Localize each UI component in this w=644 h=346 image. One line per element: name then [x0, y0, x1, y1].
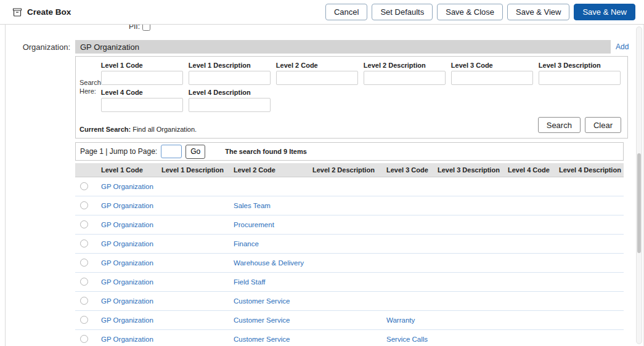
table-cell: [505, 292, 556, 311]
search-field: Level 2 Code: [276, 62, 364, 85]
clear-button[interactable]: Clear: [585, 117, 621, 133]
table-cell: [435, 311, 505, 330]
table-cell: Customer Service: [231, 292, 310, 311]
table-cell: GP Organization: [99, 330, 159, 346]
table-cell: [505, 273, 556, 292]
cell-link[interactable]: GP Organization: [101, 278, 153, 286]
select-column-header: [75, 163, 99, 177]
table-row: GP OrganizationCustomer Service: [75, 292, 624, 311]
level-1-description-input[interactable]: [189, 71, 271, 85]
table-cell: [556, 311, 624, 330]
level-4-description-input[interactable]: [189, 98, 271, 112]
row-select-radio[interactable]: [80, 239, 88, 247]
level-3-description-input[interactable]: [539, 71, 621, 85]
level-4-code-input[interactable]: [101, 98, 183, 112]
table-row: GP OrganizationWarehouse & Delivery: [75, 254, 624, 273]
search-field-label: Level 3 Code: [451, 62, 539, 69]
search-field-label: Level 2 Description: [364, 62, 451, 69]
cell-link[interactable]: GP Organization: [101, 297, 153, 305]
row-select-radio[interactable]: [80, 278, 88, 286]
topbar: Create Box CancelSet DefaultsSave & Clos…: [0, 0, 644, 25]
cell-link[interactable]: Field Staff: [234, 278, 266, 286]
search-field-label: Level 4 Description: [189, 89, 276, 96]
cancel-button[interactable]: Cancel: [325, 4, 367, 20]
set-defaults-button[interactable]: Set Defaults: [372, 4, 433, 20]
cell-link[interactable]: GP Organization: [101, 336, 153, 343]
vertical-scrollbar[interactable]: [636, 26, 642, 344]
pii-row: PII:: [6, 25, 643, 31]
table-cell: [159, 235, 231, 254]
row-select-radio[interactable]: [80, 259, 88, 267]
table-cell: Sales Team: [231, 196, 310, 215]
level-1-code-input[interactable]: [101, 71, 183, 85]
cell-link[interactable]: GP Organization: [101, 316, 153, 324]
scrollbar-thumb[interactable]: [637, 153, 641, 253]
table-row: GP OrganizationCustomer ServiceService C…: [75, 330, 624, 346]
search-field: Level 3 Description: [539, 62, 626, 85]
search-button[interactable]: Search: [538, 117, 581, 133]
table-cell: [159, 311, 231, 330]
table-cell: GP Organization: [99, 254, 159, 273]
table-cell: [505, 235, 556, 254]
column-header: Level 2 Code: [231, 163, 310, 177]
cell-link[interactable]: GP Organization: [101, 202, 153, 209]
level-2-description-input[interactable]: [364, 71, 446, 85]
cell-link[interactable]: Customer Service: [234, 297, 290, 305]
table-cell: [384, 196, 435, 215]
save-and-new-button[interactable]: Save & New: [574, 4, 635, 20]
table-cell: [435, 235, 505, 254]
table-cell: [505, 196, 556, 215]
table-cell: [556, 215, 624, 235]
save-and-close-button[interactable]: Save & Close: [437, 4, 503, 20]
level-3-code-input[interactable]: [451, 71, 533, 85]
row-select-radio[interactable]: [80, 220, 88, 228]
cell-link[interactable]: Finance: [234, 240, 259, 247]
search-result-count: The search found 9 Items: [225, 148, 307, 155]
cell-link[interactable]: Warranty: [386, 316, 415, 324]
cell-link[interactable]: GP Organization: [101, 240, 153, 247]
table-cell: [159, 254, 231, 273]
cell-link[interactable]: Customer Service: [234, 316, 290, 324]
cell-link[interactable]: Service Calls: [386, 336, 428, 343]
organization-row: Organization: GP Organization Add: [6, 40, 643, 54]
table-cell: [556, 273, 624, 292]
jump-to-page-input[interactable]: [161, 145, 182, 158]
table-cell: [556, 254, 624, 273]
table-cell: [505, 330, 556, 346]
pagination-bar: Page 1 | Jump to Page: Go The search fou…: [75, 142, 624, 161]
cell-link[interactable]: GP Organization: [101, 259, 153, 267]
table-cell: [556, 196, 624, 215]
row-select-radio[interactable]: [80, 201, 88, 209]
row-select-radio[interactable]: [80, 182, 88, 190]
cell-link[interactable]: Sales Team: [234, 202, 271, 209]
go-button[interactable]: Go: [185, 145, 205, 159]
table-cell: [505, 254, 556, 273]
page-jump-label: Page 1 | Jump to Page:: [80, 147, 157, 156]
row-select-radio[interactable]: [80, 316, 88, 324]
search-field: Level 2 Description: [364, 62, 451, 85]
cell-link[interactable]: Customer Service: [234, 336, 290, 343]
cell-link[interactable]: Warehouse & Delivery: [234, 259, 304, 267]
table-cell: Customer Service: [231, 330, 310, 346]
level-2-code-input[interactable]: [276, 71, 358, 85]
cell-link[interactable]: Procurement: [234, 221, 274, 228]
table-cell: [556, 177, 624, 196]
table-cell: Warehouse & Delivery: [231, 254, 310, 273]
table-cell: [556, 330, 624, 346]
pii-checkbox[interactable]: [142, 25, 150, 31]
search-fields-area: Search Here: Level 1 CodeLevel 1 Descrip…: [78, 62, 622, 112]
cell-link[interactable]: GP Organization: [101, 221, 153, 228]
table-cell: [310, 254, 384, 273]
row-select-radio[interactable]: [80, 335, 88, 343]
cell-link[interactable]: GP Organization: [101, 183, 153, 190]
row-select-radio[interactable]: [80, 297, 88, 305]
table-cell: [556, 292, 624, 311]
table-cell: [384, 177, 435, 196]
table-cell: [435, 292, 505, 311]
table-cell: Service Calls: [384, 330, 435, 346]
column-header: Level 1 Code: [99, 163, 159, 177]
search-field-label: Level 2 Code: [276, 62, 364, 69]
pii-label: PII:: [129, 25, 140, 31]
add-link[interactable]: Add: [616, 42, 629, 51]
save-and-view-button[interactable]: Save & View: [507, 4, 569, 20]
